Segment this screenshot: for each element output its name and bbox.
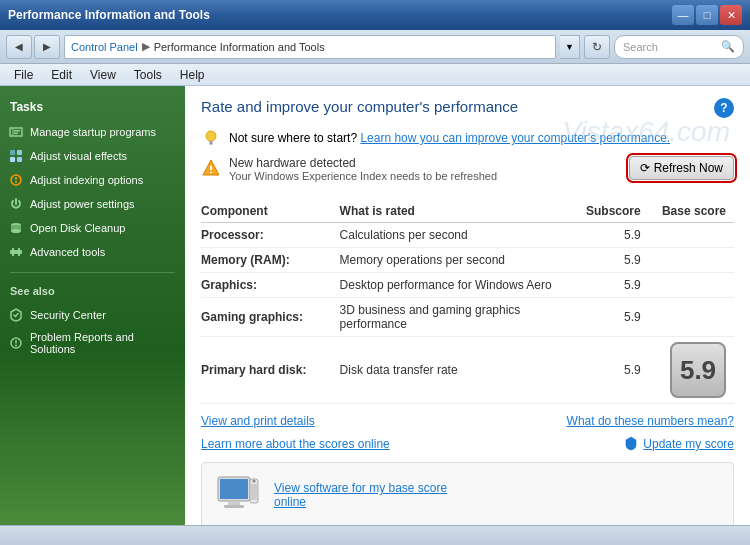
maximize-button[interactable]: □ xyxy=(696,5,718,25)
menubar-item-help[interactable]: Help xyxy=(172,66,213,84)
indexing-label: Adjust indexing options xyxy=(30,174,143,186)
forward-button[interactable]: ▶ xyxy=(34,35,60,59)
basescore-cell xyxy=(649,273,734,298)
statusbar xyxy=(0,525,750,545)
software-box: View software for my base score online xyxy=(201,462,734,525)
search-icon: 🔍 xyxy=(721,40,735,53)
table-row: Memory (RAM):Memory operations per secon… xyxy=(201,248,734,273)
update-row: Learn more about the scores online Updat… xyxy=(201,436,734,452)
close-button[interactable]: ✕ xyxy=(720,5,742,25)
shield-icon xyxy=(623,436,639,452)
sidebar-item-disk-cleanup[interactable]: Open Disk Cleanup xyxy=(0,216,185,240)
software-link[interactable]: View software for my base score online xyxy=(274,481,447,509)
menubar-item-file[interactable]: File xyxy=(6,66,41,84)
component-cell: Processor: xyxy=(201,223,340,248)
address-sep1: ▶ xyxy=(142,40,150,53)
table-row: Primary hard disk:Disk data transfer rat… xyxy=(201,337,734,404)
refresh-btn-label: Refresh Now xyxy=(654,161,723,175)
warning-text-area: New hardware detected Your Windows Exper… xyxy=(201,156,629,190)
power-label: Adjust power settings xyxy=(30,198,135,210)
learn-more-link[interactable]: Learn more about the scores online xyxy=(201,437,390,451)
score-badge: 5.9 xyxy=(670,342,726,398)
security-center-icon xyxy=(8,307,24,323)
what-rated-cell: Desktop performance for Windows Aero xyxy=(340,273,575,298)
address-box[interactable]: Control Panel ▶ Performance Information … xyxy=(64,35,556,59)
svg-rect-18 xyxy=(18,254,20,256)
subscore-cell: 5.9 xyxy=(574,273,649,298)
table-row: Gaming graphics:3D business and gaming g… xyxy=(201,298,734,337)
software-link-block: View software for my base score online xyxy=(274,481,447,509)
problem-reports-icon xyxy=(8,335,24,351)
warning-title: New hardware detected xyxy=(229,156,497,170)
refresh-btn-icon: ⟳ xyxy=(640,161,650,175)
svg-rect-7 xyxy=(17,157,22,162)
warning-sub: Your Windows Experience Index needs to b… xyxy=(229,170,497,182)
address-cp-link[interactable]: Control Panel xyxy=(71,41,138,53)
col-subscore: Subscore xyxy=(574,200,649,223)
back-button[interactable]: ◀ xyxy=(6,35,32,59)
scores-table: Component What is rated Subscore Base sc… xyxy=(201,200,734,404)
page-header: Rate and improve your computer's perform… xyxy=(201,98,734,118)
basescore-cell xyxy=(649,248,734,273)
menubar-item-edit[interactable]: Edit xyxy=(43,66,80,84)
svg-rect-16 xyxy=(18,248,20,250)
window-title: Performance Information and Tools xyxy=(8,8,210,22)
warning-section: New hardware detected Your Windows Exper… xyxy=(201,156,734,190)
minimize-button[interactable]: — xyxy=(672,5,694,25)
disk-cleanup-icon xyxy=(8,220,24,236)
view-print-link[interactable]: View and print details xyxy=(201,414,315,428)
col-component: Component xyxy=(201,200,340,223)
sidebar-item-indexing[interactable]: Adjust indexing options xyxy=(0,168,185,192)
refresh-address-button[interactable]: ↻ xyxy=(584,35,610,59)
sidebar: Tasks Manage startup programs Adjust vis… xyxy=(0,86,185,525)
svg-rect-4 xyxy=(10,150,15,155)
subscore-cell: 5.9 xyxy=(574,223,649,248)
menubar-item-view[interactable]: View xyxy=(82,66,124,84)
sidebar-item-problem-reports[interactable]: Problem Reports and Solutions xyxy=(0,327,185,359)
svg-rect-33 xyxy=(251,484,257,500)
what-numbers-link[interactable]: What do these numbers mean? xyxy=(567,414,734,428)
table-row: Graphics:Desktop performance for Windows… xyxy=(201,273,734,298)
svg-rect-2 xyxy=(14,130,20,132)
sidebar-item-advanced-tools[interactable]: Advanced tools xyxy=(0,240,185,264)
sidebar-item-power[interactable]: Adjust power settings xyxy=(0,192,185,216)
content-area: Vistax64.com Rate and improve your compu… xyxy=(185,86,750,525)
nav-buttons: ◀ ▶ xyxy=(6,35,60,59)
svg-rect-0 xyxy=(10,128,22,136)
power-icon xyxy=(8,196,24,212)
svg-point-22 xyxy=(206,131,216,141)
subscore-cell: 5.9 xyxy=(574,337,649,404)
menubar-item-tools[interactable]: Tools xyxy=(126,66,170,84)
svg-rect-5 xyxy=(17,150,22,155)
not-sure-row: Not sure where to start? Learn how you c… xyxy=(201,128,734,148)
svg-point-21 xyxy=(15,345,17,347)
search-box[interactable]: Search 🔍 xyxy=(614,35,744,59)
component-cell: Memory (RAM): xyxy=(201,248,340,273)
not-sure-link[interactable]: Learn how you can improve your computer'… xyxy=(360,131,670,145)
svg-rect-15 xyxy=(12,248,14,250)
subscore-cell: 5.9 xyxy=(574,298,649,337)
help-icon[interactable]: ? xyxy=(714,98,734,118)
refresh-now-button[interactable]: ⟳ Refresh Now xyxy=(629,156,734,180)
svg-point-10 xyxy=(15,181,17,183)
sidebar-item-manage-startup[interactable]: Manage startup programs xyxy=(0,120,185,144)
warning-row: New hardware detected Your Windows Exper… xyxy=(201,156,629,182)
address-dropdown[interactable]: ▼ xyxy=(560,35,580,59)
svg-rect-29 xyxy=(228,501,240,505)
component-cell: Graphics: xyxy=(201,273,340,298)
table-row: Processor:Calculations per second5.9 xyxy=(201,223,734,248)
problem-reports-label: Problem Reports and Solutions xyxy=(30,331,177,355)
sidebar-item-visual-effects[interactable]: Adjust visual effects xyxy=(0,144,185,168)
svg-rect-23 xyxy=(209,141,213,143)
bulb-icon xyxy=(201,128,221,148)
tasks-title: Tasks xyxy=(0,96,185,120)
basescore-cell: 5.9 xyxy=(649,337,734,404)
svg-rect-30 xyxy=(224,505,244,508)
disk-cleanup-label: Open Disk Cleanup xyxy=(30,222,125,234)
what-rated-cell: 3D business and gaming graphics performa… xyxy=(340,298,575,337)
warning-text-block: New hardware detected Your Windows Exper… xyxy=(229,156,497,182)
sidebar-item-security-center[interactable]: Security Center xyxy=(0,303,185,327)
update-score-btn[interactable]: Update my score xyxy=(623,436,734,452)
component-cell: Primary hard disk: xyxy=(201,337,340,404)
svg-point-13 xyxy=(11,229,21,233)
